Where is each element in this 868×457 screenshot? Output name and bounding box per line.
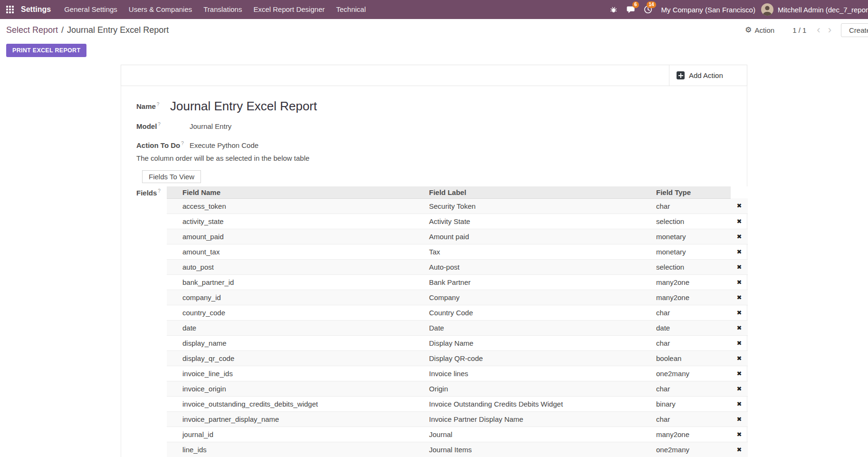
menu-translations[interactable]: Translations xyxy=(198,0,248,19)
menu-excel-report-designer[interactable]: Excel Report Designer xyxy=(248,0,330,19)
field-name-cell[interactable]: invoice_line_ids xyxy=(167,366,425,381)
field-label-cell[interactable]: Origin xyxy=(425,381,652,396)
table-row[interactable]: activity_stateActivity Stateselection✖ xyxy=(167,214,748,229)
avatar[interactable] xyxy=(761,3,773,16)
field-type-cell[interactable]: char xyxy=(652,198,731,214)
activities-icon[interactable]: 14 xyxy=(639,0,657,19)
breadcrumb-parent[interactable]: Select Report xyxy=(6,25,58,35)
field-name-cell[interactable]: date xyxy=(167,320,425,335)
field-type-cell[interactable]: char xyxy=(652,305,731,320)
table-row[interactable]: country_codeCountry Codechar✖ xyxy=(167,305,748,320)
field-label-cell[interactable]: Invoice Partner Display Name xyxy=(425,411,652,427)
field-type-cell[interactable]: selection xyxy=(652,259,731,274)
table-row[interactable]: invoice_originOriginchar✖ xyxy=(167,381,748,396)
field-name-cell[interactable]: display_qr_code xyxy=(167,350,425,366)
print-excel-report-button[interactable]: PRINT EXCEL REPORT xyxy=(6,44,86,57)
field-type-cell[interactable]: one2many xyxy=(652,366,731,381)
menu-technical[interactable]: Technical xyxy=(330,0,372,19)
messages-icon[interactable]: 6 xyxy=(622,0,639,19)
field-name-cell[interactable]: amount_tax xyxy=(167,244,425,259)
action-menu-button[interactable]: ⚙ Action xyxy=(745,26,774,34)
chevron-right-icon[interactable]: › xyxy=(824,25,835,35)
table-row[interactable]: display_qr_codeDisplay QR-codeboolean✖ xyxy=(167,350,748,366)
delete-row-icon[interactable]: ✖ xyxy=(731,320,748,335)
field-name-cell[interactable]: invoice_partner_display_name xyxy=(167,411,425,427)
field-name-cell[interactable]: auto_post xyxy=(167,259,425,274)
delete-row-icon[interactable]: ✖ xyxy=(731,396,748,411)
table-row[interactable]: journal_idJournalmany2one✖ xyxy=(167,427,748,442)
user-menu[interactable]: Mitchell Admin (dec_7_repor xyxy=(778,6,868,14)
delete-row-icon[interactable]: ✖ xyxy=(731,229,748,244)
delete-row-icon[interactable]: ✖ xyxy=(731,290,748,305)
delete-row-icon[interactable]: ✖ xyxy=(731,381,748,396)
field-label-cell[interactable]: Company xyxy=(425,290,652,305)
header-field-type[interactable]: Field Type xyxy=(652,186,731,198)
field-name-cell[interactable]: company_id xyxy=(167,290,425,305)
delete-row-icon[interactable]: ✖ xyxy=(731,259,748,274)
field-name-cell[interactable]: display_name xyxy=(167,335,425,350)
table-row[interactable]: auto_postAuto-postselection✖ xyxy=(167,259,748,274)
menu-users-companies[interactable]: Users & Companies xyxy=(123,0,198,19)
field-name-cell[interactable]: invoice_outstanding_credits_debits_widge… xyxy=(167,396,425,411)
name-value[interactable]: Journal Entry Excel Report xyxy=(170,97,317,115)
field-type-cell[interactable]: many2one xyxy=(652,290,731,305)
delete-row-icon[interactable]: ✖ xyxy=(731,198,748,214)
field-label-cell[interactable]: Activity State xyxy=(425,214,652,229)
delete-row-icon[interactable]: ✖ xyxy=(731,427,748,442)
field-type-cell[interactable]: boolean xyxy=(652,350,731,366)
delete-row-icon[interactable]: ✖ xyxy=(731,335,748,350)
table-row[interactable]: access_tokenSecurity Tokenchar✖ xyxy=(167,198,748,214)
debug-icon[interactable] xyxy=(605,0,622,19)
field-label-cell[interactable]: Amount paid xyxy=(425,229,652,244)
field-label-cell[interactable]: Date xyxy=(425,320,652,335)
table-row[interactable]: bank_partner_idBank Partnermany2one✖ xyxy=(167,274,748,290)
delete-row-icon[interactable]: ✖ xyxy=(731,366,748,381)
field-name-cell[interactable]: journal_id xyxy=(167,427,425,442)
field-label-cell[interactable]: Auto-post xyxy=(425,259,652,274)
field-type-cell[interactable]: many2one xyxy=(652,274,731,290)
field-name-cell[interactable]: country_code xyxy=(167,305,425,320)
field-type-cell[interactable]: many2one xyxy=(652,427,731,442)
field-label-cell[interactable]: Display Name xyxy=(425,335,652,350)
table-row[interactable]: amount_paidAmount paidmonetary✖ xyxy=(167,229,748,244)
create-button[interactable]: Create xyxy=(841,23,868,37)
field-name-cell[interactable]: access_token xyxy=(167,198,425,214)
app-name[interactable]: Settings xyxy=(21,5,51,14)
field-type-cell[interactable]: char xyxy=(652,381,731,396)
table-row[interactable]: line_idsJournal Itemsone2many✖ xyxy=(167,442,748,457)
table-row[interactable]: display_nameDisplay Namechar✖ xyxy=(167,335,748,350)
field-type-cell[interactable]: char xyxy=(652,335,731,350)
field-name-cell[interactable]: amount_paid xyxy=(167,229,425,244)
field-type-cell[interactable]: selection xyxy=(652,214,731,229)
field-label-cell[interactable]: Bank Partner xyxy=(425,274,652,290)
field-type-cell[interactable]: monetary xyxy=(652,244,731,259)
header-field-label[interactable]: Field Label xyxy=(425,186,652,198)
delete-row-icon[interactable]: ✖ xyxy=(731,442,748,457)
field-type-cell[interactable]: binary xyxy=(652,396,731,411)
field-label-cell[interactable]: Journal Items xyxy=(425,442,652,457)
menu-general-settings[interactable]: General Settings xyxy=(58,0,123,19)
field-type-cell[interactable]: one2many xyxy=(652,442,731,457)
table-row[interactable]: dateDatedate✖ xyxy=(167,320,748,335)
field-label-cell[interactable]: Tax xyxy=(425,244,652,259)
field-name-cell[interactable]: bank_partner_id xyxy=(167,274,425,290)
delete-row-icon[interactable]: ✖ xyxy=(731,274,748,290)
field-label-cell[interactable]: Invoice Outstanding Credits Debits Widge… xyxy=(425,396,652,411)
field-type-cell[interactable]: date xyxy=(652,320,731,335)
field-type-cell[interactable]: monetary xyxy=(652,229,731,244)
field-name-cell[interactable]: invoice_origin xyxy=(167,381,425,396)
delete-row-icon[interactable]: ✖ xyxy=(731,214,748,229)
delete-row-icon[interactable]: ✖ xyxy=(731,411,748,427)
tab-fields-to-view[interactable]: Fields To View xyxy=(142,170,201,183)
pager-value[interactable]: 1 / 1 xyxy=(792,26,806,34)
chevron-left-icon[interactable]: ‹ xyxy=(813,25,824,35)
table-row[interactable]: invoice_outstanding_credits_debits_widge… xyxy=(167,396,748,411)
delete-row-icon[interactable]: ✖ xyxy=(731,350,748,366)
field-label-cell[interactable]: Journal xyxy=(425,427,652,442)
company-menu[interactable]: My Company (San Francisco) xyxy=(661,6,755,14)
delete-row-icon[interactable]: ✖ xyxy=(731,305,748,320)
table-row[interactable]: amount_taxTaxmonetary✖ xyxy=(167,244,748,259)
table-row[interactable]: invoice_partner_display_nameInvoice Part… xyxy=(167,411,748,427)
model-value[interactable]: Journal Entry xyxy=(190,122,231,130)
add-action-button[interactable]: Add Action xyxy=(669,65,747,86)
